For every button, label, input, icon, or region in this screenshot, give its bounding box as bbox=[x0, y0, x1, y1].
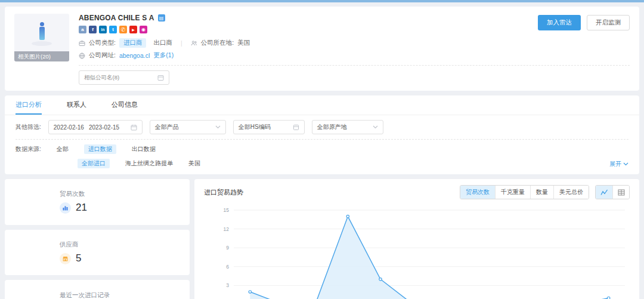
chart-title: 进口贸易趋势 bbox=[204, 188, 243, 197]
phone-icon[interactable] bbox=[119, 26, 127, 33]
chevron-down-icon bbox=[373, 125, 378, 129]
trend-line-chart[interactable]: 036912152022-032022-042022-052022-062022… bbox=[204, 203, 630, 299]
metric-button-group: 贸易次数 千克重量 数量 美元总价 bbox=[460, 185, 589, 199]
bar-chart-icon bbox=[60, 202, 71, 214]
date-end-value: 2023-02-15 bbox=[89, 124, 119, 131]
company-type-label: 公司类型: bbox=[89, 39, 116, 47]
svg-text:3: 3 bbox=[226, 282, 229, 288]
company-name: ABENGOA CHILE S A bbox=[79, 14, 154, 22]
globe-icon bbox=[79, 53, 85, 59]
stat-label: 最近一次进口记录 bbox=[60, 291, 190, 299]
instagram-icon[interactable] bbox=[140, 26, 147, 33]
origin-filter-value: 全部原产地 bbox=[317, 123, 347, 131]
related-images-count-label: 相关图片(20) bbox=[14, 51, 69, 61]
tab-import-analysis[interactable]: 进口分析 bbox=[16, 95, 42, 115]
location-people-icon bbox=[191, 40, 197, 47]
company-type-importer-chip[interactable]: 进口商 bbox=[119, 38, 147, 48]
company-type-exporter[interactable]: 出口商 bbox=[153, 39, 172, 47]
dashed-divider bbox=[79, 65, 630, 66]
stat-card-trade-count: 贸易次数 21 bbox=[5, 179, 190, 225]
stat-value-trade-count: 21 bbox=[76, 202, 87, 214]
hs-code-filter[interactable]: 全部HS编码 bbox=[233, 120, 305, 134]
svg-text:6: 6 bbox=[226, 264, 229, 270]
import-trend-panel: 进口贸易趋势 贸易次数 千克重量 数量 美元总价 bbox=[194, 179, 639, 299]
stat-value-suppliers: 5 bbox=[76, 252, 81, 264]
company-location-value: 美国 bbox=[237, 39, 250, 47]
divider: | bbox=[181, 39, 182, 47]
data-source-export[interactable]: 出口数据 bbox=[132, 145, 156, 153]
stat-label: 供应商 bbox=[60, 241, 190, 249]
top-accent-strip bbox=[0, 0, 644, 2]
sub-source-silk-road[interactable]: 海上丝绸之路提单 bbox=[125, 159, 173, 168]
metric-trade-count-button[interactable]: 贸易次数 bbox=[460, 186, 495, 199]
chevron-down-icon bbox=[215, 125, 221, 129]
table-icon bbox=[618, 189, 625, 196]
product-filter-select[interactable]: 全部产品 bbox=[150, 120, 226, 134]
metric-kg-weight-button[interactable]: 千克重量 bbox=[495, 186, 530, 199]
stat-card-suppliers: 供应商 5 bbox=[5, 230, 190, 276]
filter-row: 其他筛选: 2022-02-16 2023-02-15 全部产品 全部HS编码 … bbox=[5, 115, 639, 139]
briefcase-icon bbox=[79, 40, 85, 47]
chevron-down-icon bbox=[623, 162, 628, 166]
start-monitoring-button[interactable]: 开启监测 bbox=[587, 15, 630, 30]
youtube-icon[interactable] bbox=[129, 26, 137, 33]
twitter-icon[interactable] bbox=[109, 26, 117, 33]
similar-companies-select[interactable]: 相似公司名(8) bbox=[79, 70, 169, 85]
expand-label: 展开 bbox=[609, 160, 621, 168]
company-header-card: 相关图片(20) ABENGOA CHILE S A ▤ 公司类型: 进口商 出… bbox=[5, 7, 639, 91]
calendar-icon bbox=[131, 124, 137, 131]
origin-filter-select[interactable]: 全部原产地 bbox=[312, 120, 383, 134]
svg-text:9: 9 bbox=[226, 245, 229, 251]
data-source-import-chip[interactable]: 进口数据 bbox=[84, 144, 116, 154]
product-filter-value: 全部产品 bbox=[155, 123, 179, 131]
hs-code-filter-value: 全部HS编码 bbox=[239, 123, 271, 131]
tab-contacts[interactable]: 联系人 bbox=[67, 95, 86, 115]
svg-text:15: 15 bbox=[224, 207, 230, 213]
expand-toggle[interactable]: 展开 bbox=[609, 160, 628, 168]
website-link[interactable]: abengoa.cl bbox=[119, 52, 150, 59]
company-location-label: 公司所在地: bbox=[201, 39, 234, 47]
date-range-picker[interactable]: 2022-02-16 2023-02-15 bbox=[48, 120, 143, 134]
other-filters-label: 其他筛选: bbox=[16, 123, 41, 131]
shop-icon bbox=[60, 253, 71, 264]
list-picker-icon bbox=[293, 124, 299, 131]
metric-quantity-button[interactable]: 数量 bbox=[530, 186, 553, 199]
svg-text:12: 12 bbox=[224, 226, 230, 232]
data-source-label: 数据来源: bbox=[16, 145, 41, 153]
company-detail-icon[interactable]: ▤ bbox=[158, 14, 165, 21]
data-source-section: 数据来源: 全部 进口数据 出口数据 全部进口 海上丝绸之路提单 美国 展开 bbox=[5, 140, 639, 174]
stat-card-last-import: 最近一次进口记录 2023-02-10 bbox=[5, 280, 190, 299]
stats-column: 贸易次数 21 供应商 5 最近一次进口记录 bbox=[5, 179, 190, 299]
tab-company-info[interactable]: 公司信息 bbox=[112, 95, 138, 115]
similar-companies-label: 相似公司名(8) bbox=[84, 74, 119, 82]
placeholder-person-illustration bbox=[32, 22, 52, 46]
stat-label: 贸易次数 bbox=[60, 190, 190, 198]
sub-source-all-import-chip[interactable]: 全部进口 bbox=[78, 159, 110, 168]
social-link-icon[interactable] bbox=[79, 26, 86, 33]
view-toggle-group bbox=[595, 185, 630, 199]
table-view-button[interactable] bbox=[612, 186, 629, 199]
line-chart-icon bbox=[600, 189, 608, 196]
tab-bar: 进口分析 联系人 公司信息 bbox=[5, 95, 639, 115]
facebook-icon[interactable] bbox=[89, 26, 97, 33]
calendar-grid-icon bbox=[157, 75, 164, 81]
related-images-thumbnail[interactable]: 相关图片(20) bbox=[14, 14, 69, 61]
add-to-radar-button[interactable]: 加入雷达 bbox=[538, 15, 581, 30]
sub-source-usa[interactable]: 美国 bbox=[188, 159, 200, 168]
date-start-value: 2022-02-16 bbox=[54, 124, 84, 131]
line-chart-view-button[interactable] bbox=[596, 186, 612, 199]
linkedin-icon[interactable] bbox=[99, 26, 107, 33]
website-label: 公司网址: bbox=[89, 51, 116, 60]
metric-usd-total-button[interactable]: 美元总价 bbox=[553, 186, 589, 199]
analysis-panel: 进口分析 联系人 公司信息 其他筛选: 2022-02-16 2023-02-1… bbox=[5, 95, 639, 174]
website-more-link[interactable]: 更多(1) bbox=[153, 51, 174, 60]
data-source-all[interactable]: 全部 bbox=[57, 145, 69, 153]
